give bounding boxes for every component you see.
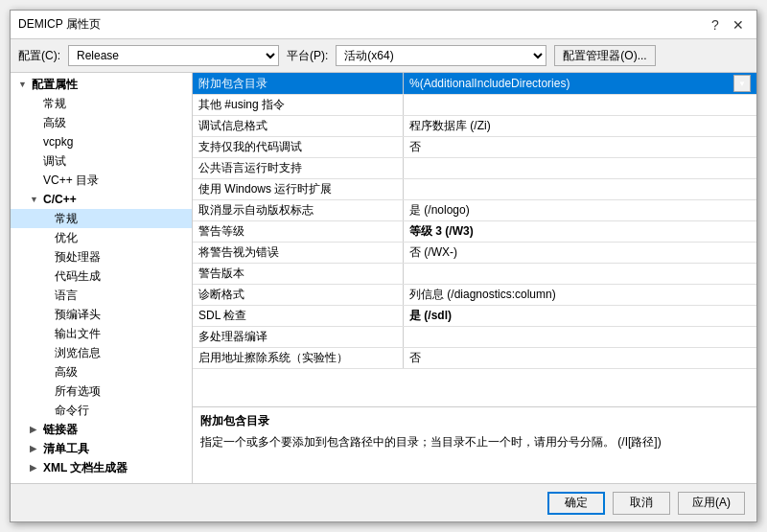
tree-label-config-props: 配置属性 [32,77,78,93]
help-button[interactable]: ? [705,14,726,35]
prop-row-diag-fmt[interactable]: 诊断格式列信息 (/diagnostics:column) [193,285,756,306]
prop-row-warn-level[interactable]: 警告等级等级 3 (/W3) [193,221,756,243]
prop-value-win-ext [404,179,756,199]
prop-value-common-lang [404,158,756,178]
property-grid: 附加包含目录%(AdditionalIncludeDirectories)▼其他… [193,73,756,406]
tree-item-xml-gen[interactable]: ▶XML 文档生成器 [11,458,192,477]
tree-item-vcpkg[interactable]: vcpkg [11,132,192,151]
tree-label-cpp-pch: 预编译头 [55,307,101,323]
config-select[interactable]: Release [68,45,279,66]
tree-label-cpp: C/C++ [43,193,77,206]
prop-name-my-code: 支持仅我的代码调试 [193,137,404,157]
prop-row-debug-fmt[interactable]: 调试信息格式程序数据库 (/Zi) [193,116,756,137]
prop-value-warn-level: 等级 3 (/W3) [404,221,756,242]
tree-label-debug: 调试 [43,153,66,170]
prop-row-sdl[interactable]: SDL 检查是 (/sdl) [193,306,756,327]
config-manager-button[interactable]: 配置管理器(O)... [554,45,655,66]
tree-item-linker[interactable]: ▶链接器 [11,420,192,439]
prop-name-debug-fmt: 调试信息格式 [193,116,404,136]
description-panel: 附加包含目录 指定一个或多个要添加到包含路径中的目录；当目录不止一个时，请用分号… [193,406,756,483]
platform-select[interactable]: 活动(x64) [336,45,546,66]
prop-row-warn-ver[interactable]: 警告版本 [193,264,756,285]
tree-label-linker: 链接器 [43,422,78,438]
ok-button[interactable]: 确定 [547,492,605,515]
prop-name-using-dirs: 其他 #using 指令 [193,95,404,115]
prop-name-warn-ver: 警告版本 [193,264,404,284]
tree-item-config-props[interactable]: ▼配置属性 [11,75,192,94]
prop-value-text-sdl: 是 (/sdl) [409,308,751,324]
tree-label-cleantool: 清单工具 [43,441,89,457]
prop-value-mp [404,327,756,347]
prop-row-common-lang[interactable]: 公共语言运行时支持 [193,158,756,179]
prop-row-asan[interactable]: 启用地址擦除系统（实验性）否 [193,348,756,369]
platform-label: 平台(P): [287,48,328,64]
tree-item-vc-dirs[interactable]: VC++ 目录 [11,171,192,190]
prop-value-text-no-logo: 是 (/nologo) [409,202,751,219]
tree-item-general[interactable]: 常规 [11,94,192,113]
tree-arrow-cpp: ▼ [30,195,41,204]
prop-name-warn-level: 警告等级 [193,221,404,242]
tree-item-debug[interactable]: 调试 [11,151,192,171]
apply-button[interactable]: 应用(A) [678,492,745,515]
tree-label-cpp-output: 输出文件 [55,326,101,342]
title-bar: DEMICP 属性页 ? ✕ [11,11,756,39]
prop-value-using-dirs [404,95,756,115]
main-content: ▼配置属性常规高级vcpkg调试VC++ 目录▼C/C++常规优化预处理器代码生… [11,73,756,483]
prop-row-win-ext[interactable]: 使用 Windows 运行时扩展 [193,179,756,200]
prop-name-warn-error: 将警告视为错误 [193,243,404,263]
prop-value-text-warn-level: 等级 3 (/W3) [409,223,751,240]
tree-arrow-xml-gen: ▶ [30,463,41,473]
tree-item-cpp-advanced[interactable]: 高级 [11,362,192,382]
tree-item-cpp-general[interactable]: 常规 [11,209,192,228]
prop-name-sdl: SDL 检查 [193,306,404,326]
prop-value-asan: 否 [404,348,756,368]
tree-arrow-cleantool: ▶ [30,444,41,453]
description-title: 附加包含目录 [200,413,749,429]
tree-label-vcpkg: vcpkg [43,135,73,149]
tree-item-cpp-optimize[interactable]: 优化 [11,228,192,247]
tree-item-advanced[interactable]: 高级 [11,113,192,132]
tree-item-cpp-cmdline[interactable]: 命令行 [11,401,192,420]
tree-item-cpp[interactable]: ▼C/C++ [11,190,192,209]
prop-value-text-my-code: 否 [409,139,751,155]
config-label: 配置(C): [18,48,60,64]
prop-value-no-logo: 是 (/nologo) [404,200,756,220]
tree-item-cpp-codegen[interactable]: 代码生成 [11,266,192,286]
cancel-button[interactable]: 取消 [613,492,670,515]
tree-label-cpp-advanced: 高级 [55,364,78,381]
prop-value-diag-fmt: 列信息 (/diagnostics:column) [404,285,756,305]
prop-name-asan: 启用地址擦除系统（实验性） [193,348,404,368]
tree-item-cpp-all[interactable]: 所有选项 [11,382,192,401]
prop-dropdown-add-include[interactable]: ▼ [733,75,751,92]
prop-value-debug-fmt: 程序数据库 (/Zi) [404,116,756,136]
prop-value-warn-ver [404,264,756,284]
close-button[interactable]: ✕ [728,14,749,35]
tree-panel: ▼配置属性常规高级vcpkg调试VC++ 目录▼C/C++常规优化预处理器代码生… [11,73,193,483]
prop-row-my-code[interactable]: 支持仅我的代码调试否 [193,137,756,158]
tree-label-cpp-lang: 语言 [55,288,78,304]
prop-value-text-warn-error: 否 (/WX-) [409,244,751,261]
title-bar-buttons: ? ✕ [705,14,749,35]
tree-label-cpp-codegen: 代码生成 [55,268,101,285]
prop-row-no-logo[interactable]: 取消显示自动版权标志是 (/nologo) [193,200,756,221]
tree-item-cpp-browse[interactable]: 浏览信息 [11,343,192,362]
prop-row-using-dirs[interactable]: 其他 #using 指令 [193,95,756,116]
tree-item-cpp-output[interactable]: 输出文件 [11,324,192,343]
tree-item-cpp-lang[interactable]: 语言 [11,286,192,305]
tree-label-cpp-preproc: 预处理器 [55,249,101,266]
tree-label-xml-gen: XML 文档生成器 [43,460,128,476]
prop-value-text-debug-fmt: 程序数据库 (/Zi) [409,118,751,134]
tree-item-cpp-preproc[interactable]: 预处理器 [11,247,192,266]
tree-label-cpp-cmdline: 命令行 [55,403,89,419]
tree-label-cpp-general: 常规 [55,211,78,227]
tree-label-cpp-browse: 浏览信息 [55,345,101,361]
property-panel: 附加包含目录%(AdditionalIncludeDirectories)▼其他… [193,73,756,483]
prop-name-no-logo: 取消显示自动版权标志 [193,200,404,220]
tree-item-cpp-pch[interactable]: 预编译头 [11,305,192,324]
prop-row-mp[interactable]: 多处理器编译 [193,327,756,348]
tree-label-advanced: 高级 [43,115,66,131]
prop-row-add-include[interactable]: 附加包含目录%(AdditionalIncludeDirectories)▼ [193,73,756,95]
prop-row-warn-error[interactable]: 将警告视为错误否 (/WX-) [193,243,756,264]
tree-item-cleantool[interactable]: ▶清单工具 [11,439,192,458]
tree-arrow-config-props: ▼ [18,80,30,89]
